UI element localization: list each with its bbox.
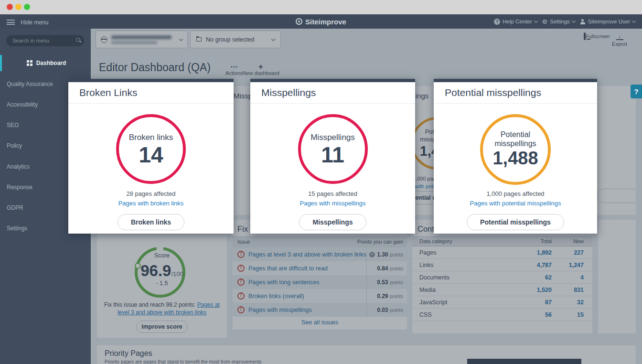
gear-icon: ⚙: [542, 19, 548, 25]
sidebar-item-seo[interactable]: SEO: [7, 121, 19, 129]
help-center-label: Help Center: [503, 19, 532, 24]
close-window-button[interactable]: [7, 4, 13, 10]
settings-menu[interactable]: ⚙ Settings: [542, 19, 575, 25]
broken-links-modal: Broken Links Broken links 14 28 pages af…: [68, 79, 234, 234]
dashboard-grid-icon: [27, 60, 32, 66]
help-circle-icon: ?: [494, 19, 500, 25]
sidebar-item-accessibility[interactable]: Accessibility: [7, 101, 38, 108]
help-center-menu[interactable]: ? Help Center: [494, 19, 537, 25]
modal-title: Broken Links: [68, 82, 234, 104]
search-icon[interactable]: [76, 38, 80, 42]
user-icon: [580, 19, 586, 24]
affected-pages-link[interactable]: Pages with broken links: [118, 200, 184, 207]
search-input[interactable]: [6, 35, 84, 46]
mac-titlebar: [0, 0, 642, 14]
misspellings-modal: Misspellings Misspellings 11 15 pages af…: [250, 79, 415, 234]
affected-pages-link[interactable]: Pages with misspellings: [300, 200, 365, 207]
user-label: Siteimprove User: [588, 19, 630, 24]
sidebar-item-response[interactable]: Response: [7, 183, 32, 191]
affected-pages-text: 28 pages affected: [126, 190, 175, 197]
potential-misspellings-ring: Potential misspellings 1,488: [480, 114, 551, 185]
ring-value: 14: [139, 144, 163, 166]
modal-title: Misspellings: [250, 82, 415, 104]
sidebar-item-label: Dashboard: [36, 60, 66, 66]
sidebar-item-settings[interactable]: Settings: [7, 225, 27, 232]
sidebar-item-dashboard[interactable]: Dashboard: [0, 55, 91, 71]
sidebar-item-gdpr[interactable]: GDPR: [7, 204, 23, 212]
potential-misspellings-button[interactable]: Potential misspellings: [467, 214, 564, 230]
siteimprove-logo-text: Siteimprove: [305, 18, 346, 26]
chevron-down-icon: [572, 19, 576, 22]
settings-label: Settings: [550, 19, 570, 24]
user-menu[interactable]: Siteimprove User: [580, 19, 635, 24]
broken-links-ring: Broken links 14: [116, 114, 186, 184]
help-flyout-button[interactable]: ?: [631, 85, 642, 98]
ring-label: Misspellings: [310, 133, 355, 142]
ring-label: Potential: [501, 130, 530, 139]
broken-links-button[interactable]: Broken links: [118, 214, 184, 230]
sidebar-item-policy[interactable]: Policy: [7, 142, 22, 150]
ring-value: 11: [321, 144, 344, 166]
chevron-down-icon: [632, 19, 636, 22]
affected-pages-text: 1,000 pages affected: [486, 190, 544, 197]
affected-pages-link[interactable]: Pages with potential misspellings: [470, 200, 561, 207]
misspellings-ring: Misspellings 11: [298, 114, 368, 184]
app-window: Hide menu Siteimprove ? Help Center ⚙ Se…: [0, 0, 642, 364]
misspellings-button[interactable]: Misspellings: [299, 214, 366, 230]
chevron-down-icon: [534, 19, 537, 22]
zoom-window-button[interactable]: [24, 4, 30, 10]
top-nav: Hide menu Siteimprove ? Help Center ⚙ Se…: [0, 14, 642, 29]
ring-label: Broken links: [129, 133, 173, 142]
modal-title: Potential misspellings: [434, 82, 597, 104]
sidebar-item-quality-assurance[interactable]: Quality Assurance: [7, 80, 53, 88]
potential-misspellings-modal: Potential misspellings Potential misspel…: [434, 79, 597, 234]
minimize-window-button[interactable]: [15, 4, 21, 10]
ring-value: 1,488: [492, 148, 538, 169]
sidebar-item-analytics[interactable]: Analytics: [7, 163, 30, 171]
affected-pages-text: 15 pages affected: [308, 190, 357, 197]
ring-label: misspellings: [494, 139, 536, 148]
siteimprove-logo-icon: [296, 18, 302, 25]
